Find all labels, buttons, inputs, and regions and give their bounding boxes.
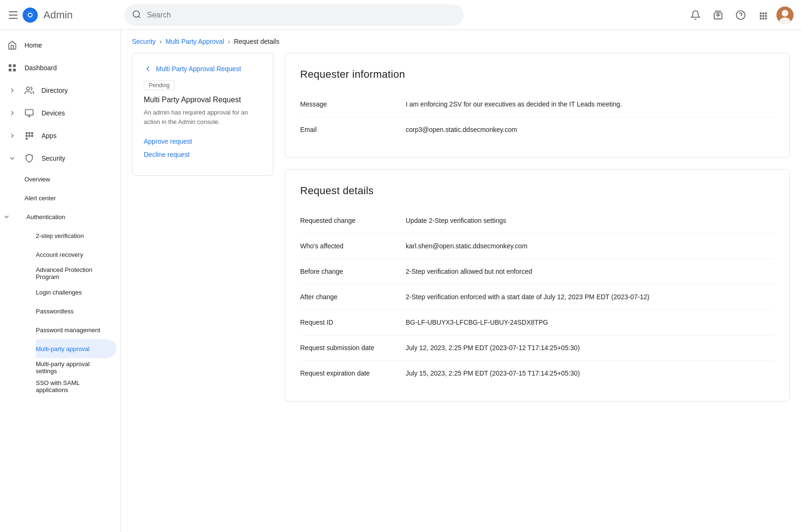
decline-request-link[interactable]: Decline request [144, 151, 262, 158]
search-input[interactable] [124, 4, 464, 26]
sidebar-item-overview[interactable]: Overview [25, 170, 116, 188]
breadcrumb-multi-party[interactable]: Multi Party Approval [165, 38, 224, 45]
detail-row-4: Request ID BG-LF-UBUYX3-LFCBG-LF-UBUY-24… [300, 310, 774, 336]
svg-rect-17 [28, 135, 30, 137]
detail-label-6: Request expiration date [300, 368, 394, 378]
detail-value-2: 2-Step verification allowed but not enfo… [406, 267, 774, 277]
sidebar-authentication-header[interactable]: Authentication [0, 207, 120, 226]
detail-value-3: 2-Step verification enforced with a star… [406, 292, 774, 302]
svg-point-11 [26, 87, 30, 90]
home-icon [8, 41, 17, 50]
directory-expand-icon [8, 86, 17, 95]
detail-row-1: Who's affected karl.shen@open.static.dds… [300, 234, 774, 259]
menu-button[interactable] [8, 9, 19, 21]
detail-label-1: Who's affected [300, 241, 394, 251]
detail-label-2: Before change [300, 267, 394, 277]
approve-request-link[interactable]: Approve request [144, 138, 262, 145]
detail-row-2: Before change 2-Step verification allowe… [300, 259, 774, 285]
sidebar-item-apps[interactable]: Apps [0, 124, 116, 147]
svg-rect-19 [26, 138, 28, 139]
shield-icon [25, 154, 34, 163]
sidebar-label-home: Home [25, 41, 109, 49]
sidebar-item-2step[interactable]: 2-step verification [36, 226, 116, 245]
requester-info-card: Requester information Message I am enfor… [285, 53, 790, 158]
detail-row-3: After change 2-Step verification enforce… [300, 285, 774, 310]
details-rows: Requested change Update 2-Step verificat… [300, 208, 774, 386]
devices-expand-icon [8, 108, 17, 118]
authentication-sub-items: 2-step verification Account recovery Adv… [25, 226, 120, 396]
detail-label-5: Request submission date [300, 343, 394, 353]
sidebar-item-directory[interactable]: Directory [0, 79, 116, 102]
sidebar-item-security[interactable]: Security [0, 147, 116, 170]
svg-rect-18 [31, 135, 33, 137]
breadcrumb-security[interactable]: Security [132, 38, 156, 45]
detail-label-4: Request ID [300, 318, 394, 327]
main-layout: Home Dashboard Directory [0, 30, 801, 532]
sidebar-item-multi-party-approval-settings[interactable]: Multi-party approval settings [36, 358, 116, 377]
svg-rect-16 [26, 135, 28, 137]
app-title: Admin [43, 9, 73, 21]
apps-grid-button[interactable] [754, 6, 773, 25]
svg-rect-9 [9, 69, 12, 72]
back-link-label: Multi Party Approval Request [156, 65, 241, 73]
svg-point-1 [133, 11, 139, 17]
sidebar-item-advanced-protection[interactable]: Advanced Protection Program [36, 264, 116, 283]
left-panel: Multi Party Approval Request Pending Mul… [132, 53, 273, 401]
detail-label-3: After change [300, 292, 394, 302]
sidebar-item-passwordless[interactable]: Passwordless [36, 302, 116, 320]
help-button[interactable] [731, 6, 750, 25]
sidebar-item-dashboard[interactable]: Dashboard [0, 57, 116, 79]
notifications-button[interactable] [686, 6, 705, 25]
devices-icon [25, 108, 34, 118]
search-bar [124, 4, 464, 26]
dashboard-icon [8, 63, 17, 73]
message-label: Message [300, 99, 394, 109]
detail-row-0: Requested change Update 2-Step verificat… [300, 208, 774, 234]
detail-row-6: Request expiration date July 15, 2023, 2… [300, 361, 774, 386]
svg-rect-7 [9, 65, 12, 67]
topbar: Admin [0, 0, 801, 30]
sidebar-item-multi-party-approval[interactable]: Multi-party approval [36, 339, 116, 358]
content-area: Security › Multi Party Approval › Reques… [121, 30, 801, 532]
authentication-label: Authentication [19, 213, 65, 221]
breadcrumb: Security › Multi Party Approval › Reques… [121, 30, 801, 53]
apps-expand-icon [8, 131, 17, 140]
page-body: Multi Party Approval Request Pending Mul… [121, 53, 801, 413]
sidebar-item-devices[interactable]: Devices [0, 102, 116, 124]
logo [23, 8, 38, 23]
sidebar-item-sso-saml[interactable]: SSO with SAML applications [36, 377, 116, 396]
sidebar-label-dashboard: Dashboard [25, 64, 109, 72]
email-value: corp3@open.static.ddsecmonkey.com [406, 125, 774, 135]
detail-value-5: July 12, 2023, 2:25 PM EDT (2023-07-12 T… [406, 343, 774, 353]
svg-rect-10 [13, 69, 16, 72]
sidebar-label-devices: Devices [41, 109, 109, 117]
detail-value-0: Update 2-Step verification settings [406, 216, 774, 226]
topbar-right [686, 6, 793, 25]
sidebar-label-directory: Directory [41, 87, 109, 94]
svg-rect-8 [13, 65, 16, 67]
svg-rect-12 [25, 110, 33, 115]
requester-info-title: Requester information [300, 68, 774, 81]
topbar-left: Admin [8, 8, 121, 23]
request-panel: Multi Party Approval Request Pending Mul… [132, 53, 273, 176]
avatar[interactable] [776, 7, 793, 24]
detail-value-6: July 15, 2023, 2:25 PM EDT (2023-07-15 T… [406, 368, 774, 378]
people-icon [25, 86, 34, 95]
detail-value-4: BG-LF-UBUYX3-LFCBG-LF-UBUY-24SDX8TPG [406, 318, 774, 327]
svg-rect-15 [31, 132, 33, 134]
sidebar-item-alert-center[interactable]: Alert center [25, 188, 116, 207]
sidebar-item-login-challenges[interactable]: Login challenges [36, 283, 116, 302]
sidebar-item-home[interactable]: Home [0, 34, 116, 57]
email-label: Email [300, 125, 394, 135]
search-icon [132, 9, 141, 20]
svg-rect-14 [28, 132, 30, 134]
sidebar: Home Dashboard Directory [0, 30, 121, 532]
request-details-card: Request details Requested change Update … [285, 169, 790, 401]
status-badge: Pending [144, 81, 175, 90]
apps-icon [25, 131, 34, 140]
sidebar-item-account-recovery[interactable]: Account recovery [36, 245, 116, 264]
detail-value-1: karl.shen@open.static.ddsecmonkey.com [406, 241, 774, 251]
back-link[interactable]: Multi Party Approval Request [144, 65, 262, 73]
sidebar-item-password-management[interactable]: Password management [36, 320, 116, 339]
timer-button[interactable] [709, 6, 727, 25]
